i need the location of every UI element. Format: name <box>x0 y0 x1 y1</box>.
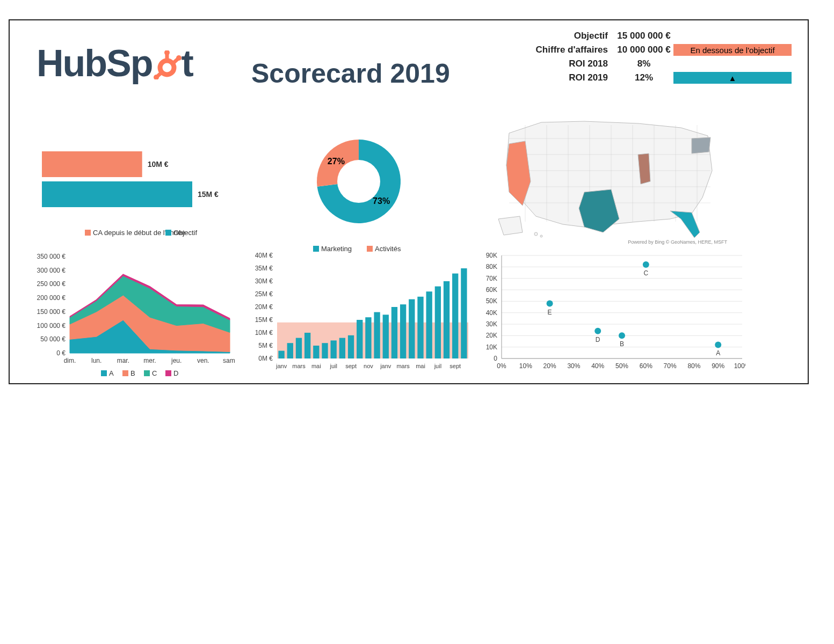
svg-text:0%: 0% <box>497 362 506 370</box>
svg-rect-80 <box>357 320 362 358</box>
status-badge-up: ▲ <box>673 72 792 84</box>
svg-text:27%: 27% <box>328 157 345 166</box>
svg-rect-83 <box>383 314 389 358</box>
svg-text:20%: 20% <box>543 362 556 370</box>
svg-text:73%: 73% <box>373 196 390 206</box>
svg-text:lun.: lun. <box>91 357 101 364</box>
svg-text:60K: 60K <box>486 286 497 294</box>
svg-rect-57 <box>144 370 150 376</box>
svg-rect-89 <box>435 287 441 358</box>
chart-area-weekly: 0 €50 000 €100 000 €150 000 €200 000 €25… <box>20 251 235 380</box>
logo-text-a: HubSp <box>37 42 153 84</box>
svg-text:mars: mars <box>292 363 306 369</box>
kpi-row: Objectif 15 000 000 € <box>512 29 792 43</box>
kpi-label: ROI 2018 <box>512 58 614 69</box>
svg-rect-72 <box>287 343 293 358</box>
svg-text:0 €: 0 € <box>56 349 66 357</box>
kpi-value: 15 000 000 € <box>614 31 673 41</box>
svg-rect-88 <box>426 291 432 358</box>
status-badge-below-target: En dessous de l'objectif <box>673 44 792 56</box>
svg-point-139 <box>619 332 625 339</box>
svg-text:20K: 20K <box>486 332 497 339</box>
svg-rect-84 <box>391 307 397 358</box>
svg-rect-86 <box>409 299 415 358</box>
svg-rect-53 <box>101 370 107 376</box>
svg-text:350 000 €: 350 000 € <box>37 253 66 260</box>
svg-text:juil: juil <box>329 363 337 369</box>
svg-rect-55 <box>122 370 128 376</box>
svg-rect-79 <box>348 335 354 358</box>
svg-text:50K: 50K <box>486 297 497 305</box>
svg-point-141 <box>643 261 649 268</box>
svg-text:sam.: sam. <box>223 357 235 364</box>
svg-rect-81 <box>365 317 371 358</box>
svg-text:janv: janv <box>380 363 391 369</box>
logo-text-b: t <box>182 42 193 84</box>
svg-text:40K: 40K <box>486 309 497 317</box>
kpi-label: ROI 2019 <box>512 72 614 83</box>
svg-text:10M €: 10M € <box>255 329 273 336</box>
svg-rect-77 <box>331 340 337 358</box>
svg-text:ven.: ven. <box>197 357 209 364</box>
svg-rect-74 <box>304 333 310 358</box>
svg-point-143 <box>594 328 601 334</box>
svg-text:15M €: 15M € <box>255 316 273 324</box>
svg-text:10M €: 10M € <box>148 160 169 169</box>
svg-text:50%: 50% <box>615 362 628 370</box>
svg-text:nov: nov <box>364 363 373 369</box>
chart-usmap: Powered by Bing © GeoNames, HERE, MSFT <box>477 112 729 246</box>
svg-text:E: E <box>548 309 552 316</box>
svg-text:D: D <box>173 369 178 377</box>
svg-rect-91 <box>452 274 458 358</box>
svg-text:30K: 30K <box>486 320 497 328</box>
svg-text:A: A <box>109 369 114 377</box>
svg-text:CA depuis le début de l'année: CA depuis le début de l'année <box>93 229 185 237</box>
svg-text:D: D <box>596 336 600 343</box>
svg-rect-11 <box>85 230 91 236</box>
svg-text:10%: 10% <box>519 362 532 370</box>
svg-text:15M €: 15M € <box>198 190 219 199</box>
svg-text:100 000 €: 100 000 € <box>37 322 66 330</box>
svg-text:0M €: 0M € <box>258 355 273 362</box>
svg-rect-59 <box>165 370 171 376</box>
svg-text:40%: 40% <box>591 362 604 370</box>
svg-point-37 <box>540 235 542 237</box>
chart-scatter: 010K20K30K40K50K60K70K80K90K0%10%20%30%4… <box>477 251 745 380</box>
page-title: Scorecard 2019 <box>251 58 450 89</box>
svg-text:B: B <box>130 369 135 377</box>
svg-point-137 <box>715 341 721 348</box>
chart-donut: 73%27%MarketingActivités <box>289 122 439 262</box>
kpi-row: ROI 2018 8% <box>512 57 792 71</box>
hubspot-logo: HubSpt <box>37 42 193 85</box>
chart-bar-target: 10M €15M €CA depuis le début de l'annéeO… <box>31 144 224 251</box>
svg-text:sept: sept <box>345 363 357 369</box>
svg-text:B: B <box>620 340 624 348</box>
svg-point-4 <box>176 55 182 61</box>
svg-rect-82 <box>374 312 380 358</box>
svg-point-17 <box>337 160 380 203</box>
svg-text:80%: 80% <box>687 362 700 370</box>
svg-text:60%: 60% <box>640 362 652 370</box>
svg-text:10K: 10K <box>486 343 497 351</box>
svg-text:25M €: 25M € <box>255 290 273 298</box>
svg-text:C: C <box>152 369 157 377</box>
svg-text:50 000 €: 50 000 € <box>40 335 66 343</box>
svg-text:90%: 90% <box>712 362 724 370</box>
svg-text:30M €: 30M € <box>255 277 273 285</box>
svg-text:150 000 €: 150 000 € <box>37 308 66 316</box>
svg-text:100%: 100% <box>734 362 745 370</box>
svg-rect-92 <box>461 268 467 358</box>
svg-text:35M €: 35M € <box>255 265 273 272</box>
svg-point-0 <box>160 61 174 75</box>
svg-text:Objectif: Objectif <box>173 229 197 237</box>
svg-text:mer.: mer. <box>143 357 156 364</box>
svg-text:300 000 €: 300 000 € <box>37 267 66 274</box>
svg-rect-73 <box>296 338 302 358</box>
svg-text:40M €: 40M € <box>255 252 273 259</box>
svg-rect-78 <box>339 338 345 358</box>
svg-rect-76 <box>322 343 328 358</box>
svg-text:sept: sept <box>449 363 461 369</box>
chart-columns-monthly: 0M €5M €10M €15M €20M €25M €30M €35M €40… <box>246 251 472 380</box>
svg-text:0: 0 <box>494 355 497 362</box>
svg-text:80K: 80K <box>486 263 497 270</box>
